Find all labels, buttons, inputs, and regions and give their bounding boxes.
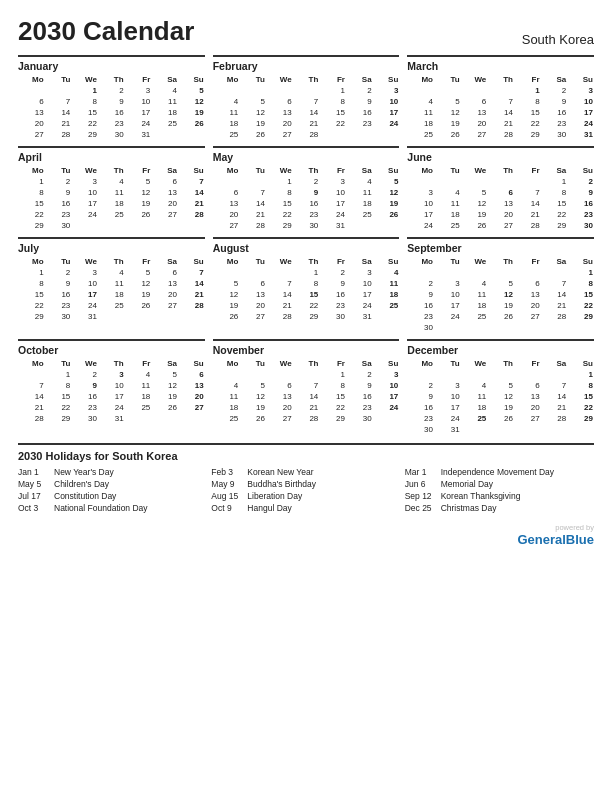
day-header: Su: [373, 74, 400, 85]
calendar-row: 1234567: [18, 176, 205, 187]
calendar-table: MoTuWeThFrSaSu12345678910111213141516171…: [18, 358, 205, 424]
day-cell: 23: [567, 209, 594, 220]
day-header: Mo: [407, 165, 434, 176]
day-cell: 1: [514, 85, 541, 96]
calendar-row: 14151617181920: [18, 391, 205, 402]
month-block: AprilMoTuWeThFrSaSu123456789101112131415…: [18, 146, 205, 231]
calendar-row: 2930: [18, 220, 205, 231]
day-cell: 3: [434, 278, 461, 289]
day-cell: 19: [434, 118, 461, 129]
day-cell: 18: [461, 300, 488, 311]
day-cell: 10: [319, 187, 346, 198]
day-header: Sa: [541, 74, 568, 85]
day-cell: 19: [373, 198, 400, 209]
day-header: Th: [293, 74, 320, 85]
day-cell: 28: [239, 220, 266, 231]
day-cell: 2: [45, 176, 72, 187]
day-cell: 22: [567, 300, 594, 311]
calendar-row: 123: [213, 85, 400, 96]
month-name: October: [18, 344, 205, 356]
day-cell: 13: [461, 107, 488, 118]
day-cell: 26: [487, 311, 514, 322]
day-cell: 18: [125, 391, 152, 402]
day-header: Su: [567, 165, 594, 176]
day-cell: 11: [213, 107, 240, 118]
day-cell: 21: [293, 118, 320, 129]
day-cell: 30: [541, 129, 568, 140]
day-cell: 10: [407, 198, 434, 209]
day-cell: 6: [266, 380, 293, 391]
day-cell: 7: [239, 187, 266, 198]
day-cell: 11: [373, 278, 400, 289]
calendar-row: 1: [407, 267, 594, 278]
day-header: Su: [178, 165, 205, 176]
day-header: We: [71, 165, 98, 176]
day-cell: 7: [178, 267, 205, 278]
day-cell: 12: [239, 391, 266, 402]
day-cell: 7: [541, 278, 568, 289]
day-cell: 4: [373, 267, 400, 278]
calendar-row: 123456: [18, 369, 205, 380]
day-header: Sa: [346, 74, 373, 85]
day-cell: [407, 176, 434, 187]
day-cell: 28: [293, 413, 320, 424]
day-cell: [541, 424, 568, 435]
day-cell: 4: [98, 176, 125, 187]
day-header: Sa: [151, 74, 178, 85]
day-cell: 14: [293, 107, 320, 118]
day-cell: [567, 322, 594, 333]
holiday-date: Oct 9: [211, 503, 243, 513]
day-cell: 22: [293, 300, 320, 311]
day-cell: 30: [45, 311, 72, 322]
day-cell: [514, 176, 541, 187]
day-cell: 17: [434, 300, 461, 311]
day-cell: 11: [434, 198, 461, 209]
branding-powered-by: powered by: [18, 523, 594, 532]
calendar-table: MoTuWeThFrSaSu12345678910111213141516171…: [213, 358, 400, 424]
day-cell: 4: [151, 85, 178, 96]
day-cell: [18, 369, 45, 380]
day-cell: [293, 369, 320, 380]
month-name: March: [407, 60, 594, 72]
day-cell: 22: [541, 209, 568, 220]
day-header: We: [461, 358, 488, 369]
day-cell: 28: [178, 209, 205, 220]
day-cell: 17: [567, 107, 594, 118]
day-cell: 30: [71, 413, 98, 424]
day-cell: 27: [151, 300, 178, 311]
calendar-row: 13141516171819: [213, 198, 400, 209]
day-header: Th: [487, 256, 514, 267]
day-header: Sa: [346, 256, 373, 267]
day-cell: 21: [266, 300, 293, 311]
day-cell: 15: [541, 198, 568, 209]
day-cell: 11: [407, 107, 434, 118]
calendar-table: MoTuWeThFrSaSu12345678910111213141516171…: [407, 256, 594, 333]
day-cell: [461, 176, 488, 187]
branding-name: GeneralBlue: [18, 532, 594, 547]
day-cell: 21: [239, 209, 266, 220]
day-cell: 22: [567, 402, 594, 413]
day-cell: 1: [541, 176, 568, 187]
day-header: Sa: [346, 165, 373, 176]
day-cell: 13: [266, 391, 293, 402]
day-header: Sa: [541, 358, 568, 369]
day-cell: 16: [45, 198, 72, 209]
day-header: Mo: [407, 358, 434, 369]
day-cell: 28: [45, 129, 72, 140]
branding-blue: Blue: [566, 532, 594, 547]
day-header: Su: [567, 256, 594, 267]
calendar-row: 25262728293031: [407, 129, 594, 140]
day-cell: 8: [541, 187, 568, 198]
month-name: May: [213, 151, 400, 163]
holiday-name: Korean New Year: [247, 467, 313, 477]
day-cell: 25: [346, 209, 373, 220]
holiday-date: May 9: [211, 479, 243, 489]
day-cell: 6: [151, 267, 178, 278]
day-header: Sa: [151, 256, 178, 267]
day-header: We: [461, 74, 488, 85]
day-cell: 10: [434, 289, 461, 300]
day-cell: 27: [239, 311, 266, 322]
day-cell: 15: [319, 391, 346, 402]
day-cell: 20: [461, 118, 488, 129]
day-cell: 29: [18, 220, 45, 231]
